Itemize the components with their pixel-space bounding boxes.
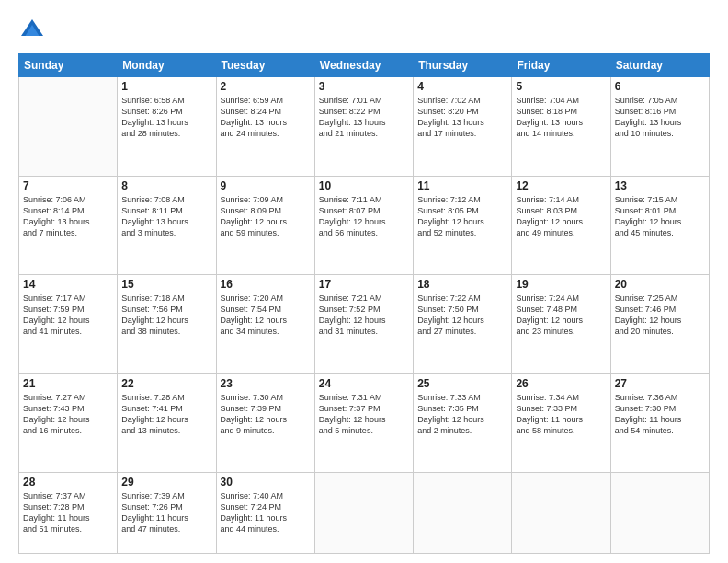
cell-info: Sunrise: 7:24 AM Sunset: 7:48 PM Dayligh… — [516, 293, 606, 338]
cell-info: Sunrise: 7:15 AM Sunset: 8:01 PM Dayligh… — [615, 194, 705, 239]
calendar-cell: 18Sunrise: 7:22 AM Sunset: 7:50 PM Dayli… — [414, 275, 512, 374]
day-number: 5 — [516, 80, 606, 93]
cell-info: Sunrise: 7:09 AM Sunset: 8:09 PM Dayligh… — [221, 194, 311, 239]
cell-info: Sunrise: 7:31 AM Sunset: 7:37 PM Dayligh… — [319, 392, 409, 437]
cell-info: Sunrise: 7:20 AM Sunset: 7:54 PM Dayligh… — [221, 293, 311, 338]
day-number: 16 — [221, 278, 311, 291]
day-number: 23 — [221, 377, 311, 390]
cell-info: Sunrise: 6:58 AM Sunset: 8:26 PM Dayligh… — [121, 95, 211, 140]
day-number: 9 — [221, 179, 311, 192]
calendar-cell: 26Sunrise: 7:34 AM Sunset: 7:33 PM Dayli… — [512, 373, 610, 473]
calendar-cell: 15Sunrise: 7:18 AM Sunset: 7:56 PM Dayli… — [118, 275, 216, 374]
cell-info: Sunrise: 7:28 AM Sunset: 7:41 PM Dayligh… — [121, 392, 211, 437]
calendar-cell: 14Sunrise: 7:17 AM Sunset: 7:59 PM Dayli… — [19, 275, 118, 374]
calendar-cell — [414, 473, 512, 554]
cell-info: Sunrise: 7:18 AM Sunset: 7:56 PM Dayligh… — [121, 293, 211, 338]
calendar-cell: 25Sunrise: 7:33 AM Sunset: 7:35 PM Dayli… — [414, 373, 512, 473]
column-header-saturday: Saturday — [610, 54, 709, 77]
calendar-cell: 3Sunrise: 7:01 AM Sunset: 8:22 PM Daylig… — [314, 77, 413, 177]
day-number: 30 — [221, 476, 311, 488]
day-number: 1 — [121, 80, 211, 93]
column-header-wednesday: Wednesday — [314, 54, 413, 77]
day-number: 4 — [417, 80, 507, 93]
day-number: 7 — [23, 179, 113, 192]
day-number: 21 — [23, 377, 113, 390]
column-header-thursday: Thursday — [414, 54, 512, 77]
calendar-cell — [610, 473, 709, 554]
day-number: 3 — [319, 80, 409, 93]
cell-info: Sunrise: 7:39 AM Sunset: 7:26 PM Dayligh… — [121, 490, 211, 535]
column-header-friday: Friday — [512, 54, 610, 77]
calendar-cell: 4Sunrise: 7:02 AM Sunset: 8:20 PM Daylig… — [414, 77, 512, 177]
day-number: 24 — [319, 377, 409, 390]
calendar-cell: 12Sunrise: 7:14 AM Sunset: 8:03 PM Dayli… — [512, 176, 610, 275]
day-number: 25 — [417, 377, 507, 390]
calendar-cell — [19, 77, 118, 177]
cell-info: Sunrise: 7:34 AM Sunset: 7:33 PM Dayligh… — [516, 392, 606, 437]
cell-info: Sunrise: 7:17 AM Sunset: 7:59 PM Dayligh… — [23, 293, 113, 338]
day-number: 10 — [319, 179, 409, 192]
logo — [18, 17, 50, 44]
cell-info: Sunrise: 7:02 AM Sunset: 8:20 PM Dayligh… — [417, 95, 507, 140]
cell-info: Sunrise: 7:25 AM Sunset: 7:46 PM Dayligh… — [615, 293, 705, 338]
cell-info: Sunrise: 7:36 AM Sunset: 7:30 PM Dayligh… — [615, 392, 705, 437]
page: SundayMondayTuesdayWednesdayThursdayFrid… — [0, 0, 728, 563]
calendar-cell: 7Sunrise: 7:06 AM Sunset: 8:14 PM Daylig… — [19, 176, 118, 275]
day-number: 29 — [121, 476, 211, 488]
day-number: 2 — [221, 80, 311, 93]
calendar-cell: 10Sunrise: 7:11 AM Sunset: 8:07 PM Dayli… — [314, 176, 413, 275]
day-number: 26 — [516, 377, 606, 390]
calendar-cell: 8Sunrise: 7:08 AM Sunset: 8:11 PM Daylig… — [118, 176, 216, 275]
cell-info: Sunrise: 7:22 AM Sunset: 7:50 PM Dayligh… — [417, 293, 507, 338]
cell-info: Sunrise: 6:59 AM Sunset: 8:24 PM Dayligh… — [221, 95, 311, 140]
cell-info: Sunrise: 7:01 AM Sunset: 8:22 PM Dayligh… — [319, 95, 409, 140]
day-number: 19 — [516, 278, 606, 291]
cell-info: Sunrise: 7:27 AM Sunset: 7:43 PM Dayligh… — [23, 392, 113, 437]
calendar-cell: 27Sunrise: 7:36 AM Sunset: 7:30 PM Dayli… — [610, 373, 709, 473]
calendar-cell: 29Sunrise: 7:39 AM Sunset: 7:26 PM Dayli… — [118, 473, 216, 554]
column-header-sunday: Sunday — [19, 54, 118, 77]
calendar-cell: 1Sunrise: 6:58 AM Sunset: 8:26 PM Daylig… — [118, 77, 216, 177]
cell-info: Sunrise: 7:11 AM Sunset: 8:07 PM Dayligh… — [319, 194, 409, 239]
calendar-cell: 13Sunrise: 7:15 AM Sunset: 8:01 PM Dayli… — [610, 176, 709, 275]
day-number: 18 — [417, 278, 507, 291]
calendar-cell: 19Sunrise: 7:24 AM Sunset: 7:48 PM Dayli… — [512, 275, 610, 374]
cell-info: Sunrise: 7:12 AM Sunset: 8:05 PM Dayligh… — [417, 194, 507, 239]
calendar-cell: 30Sunrise: 7:40 AM Sunset: 7:24 PM Dayli… — [216, 473, 314, 554]
cell-info: Sunrise: 7:14 AM Sunset: 8:03 PM Dayligh… — [516, 194, 606, 239]
logo-icon — [18, 17, 46, 44]
cell-info: Sunrise: 7:40 AM Sunset: 7:24 PM Dayligh… — [221, 490, 311, 535]
calendar-cell: 28Sunrise: 7:37 AM Sunset: 7:28 PM Dayli… — [19, 473, 118, 554]
day-number: 22 — [121, 377, 211, 390]
calendar-cell — [512, 473, 610, 554]
calendar-cell — [314, 473, 413, 554]
day-number: 14 — [23, 278, 113, 291]
calendar-cell: 9Sunrise: 7:09 AM Sunset: 8:09 PM Daylig… — [216, 176, 314, 275]
cell-info: Sunrise: 7:37 AM Sunset: 7:28 PM Dayligh… — [23, 490, 113, 535]
day-number: 17 — [319, 278, 409, 291]
day-number: 20 — [615, 278, 705, 291]
day-number: 27 — [615, 377, 705, 390]
day-number: 15 — [121, 278, 211, 291]
calendar-cell: 5Sunrise: 7:04 AM Sunset: 8:18 PM Daylig… — [512, 77, 610, 177]
cell-info: Sunrise: 7:04 AM Sunset: 8:18 PM Dayligh… — [516, 95, 606, 140]
cell-info: Sunrise: 7:05 AM Sunset: 8:16 PM Dayligh… — [615, 95, 705, 140]
week-row-1: 7Sunrise: 7:06 AM Sunset: 8:14 PM Daylig… — [19, 176, 710, 275]
cell-info: Sunrise: 7:30 AM Sunset: 7:39 PM Dayligh… — [221, 392, 311, 437]
week-row-4: 28Sunrise: 7:37 AM Sunset: 7:28 PM Dayli… — [19, 473, 710, 554]
cell-info: Sunrise: 7:21 AM Sunset: 7:52 PM Dayligh… — [319, 293, 409, 338]
calendar-cell: 23Sunrise: 7:30 AM Sunset: 7:39 PM Dayli… — [216, 373, 314, 473]
calendar-cell: 16Sunrise: 7:20 AM Sunset: 7:54 PM Dayli… — [216, 275, 314, 374]
cell-info: Sunrise: 7:33 AM Sunset: 7:35 PM Dayligh… — [417, 392, 507, 437]
calendar-cell: 11Sunrise: 7:12 AM Sunset: 8:05 PM Dayli… — [414, 176, 512, 275]
cell-info: Sunrise: 7:08 AM Sunset: 8:11 PM Dayligh… — [121, 194, 211, 239]
column-header-tuesday: Tuesday — [216, 54, 314, 77]
calendar-cell: 22Sunrise: 7:28 AM Sunset: 7:41 PM Dayli… — [118, 373, 216, 473]
calendar-cell: 17Sunrise: 7:21 AM Sunset: 7:52 PM Dayli… — [314, 275, 413, 374]
day-number: 13 — [615, 179, 705, 192]
calendar-cell: 2Sunrise: 6:59 AM Sunset: 8:24 PM Daylig… — [216, 77, 314, 177]
day-number: 11 — [417, 179, 507, 192]
week-row-3: 21Sunrise: 7:27 AM Sunset: 7:43 PM Dayli… — [19, 373, 710, 473]
week-row-2: 14Sunrise: 7:17 AM Sunset: 7:59 PM Dayli… — [19, 275, 710, 374]
column-header-monday: Monday — [118, 54, 216, 77]
